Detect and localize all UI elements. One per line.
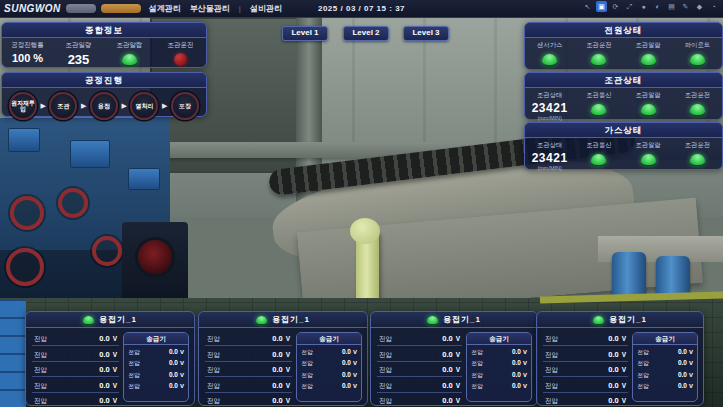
- status-items: 센서가스조관운전조관알람파이로트: [525, 38, 722, 65]
- voltage-value: 0.0: [342, 359, 351, 366]
- voltage-unit: V: [622, 382, 626, 389]
- voltage-row: 전압0.0V: [32, 332, 119, 346]
- voltage-value: 0.0: [272, 396, 282, 405]
- progress-rate-label: 공정진행률: [9, 41, 47, 50]
- status-item-조관알람: 조관알람: [628, 141, 668, 165]
- brightness-icon[interactable]: ◐: [652, 1, 663, 12]
- status-item-조관운전: 조관운전: [677, 141, 717, 165]
- welder-voltage-list: 전압0.0V전압0.0V전압0.0V전압0.0V전압0.0V: [205, 332, 296, 407]
- feeder-voltage-row: 전압0.0V: [297, 368, 361, 380]
- voltage-unit: V: [353, 372, 357, 378]
- voltage-value: 0.0: [678, 371, 687, 378]
- step-arrow-icon: ▶: [41, 102, 46, 110]
- welder-panel-title: 용접기_1: [272, 314, 310, 325]
- feeder-subpanel: 송급기전압0.0V전압0.0V전압0.0V전압0.0V: [466, 332, 532, 402]
- expand-icon[interactable]: ⤢: [624, 1, 635, 12]
- voltage-value: 0.0: [99, 381, 109, 390]
- voltage-label: 전압: [34, 397, 99, 406]
- daily-output-value: 235: [60, 52, 98, 67]
- voltage-value: 0.0: [169, 359, 178, 366]
- nav-tab-design[interactable]: 설계관리: [149, 3, 181, 14]
- timer-icon[interactable]: ◔: [708, 1, 719, 12]
- voltage-label: 전압: [471, 359, 512, 368]
- status-item-조관알람: 조관알람: [628, 41, 668, 65]
- network-icon[interactable]: ◆: [694, 1, 705, 12]
- voltage-unit: V: [523, 349, 527, 355]
- voltage-value: 0.0: [678, 359, 687, 366]
- feeder-voltage-row: 전압0.0V: [467, 345, 531, 357]
- status-panel-title: 가스상태: [525, 123, 722, 138]
- voltage-unit: V: [622, 366, 626, 373]
- welder-panel-body: 전압0.0V전압0.0V전압0.0V전압0.0V전압0.0V송급기전압0.0V전…: [26, 328, 194, 407]
- overlay-chip: [66, 4, 96, 13]
- voltage-label: 전압: [34, 382, 99, 391]
- voltage-label: 전압: [301, 371, 342, 380]
- voltage-unit: V: [456, 397, 460, 404]
- voltage-label: 전압: [207, 351, 272, 360]
- voltage-unit: V: [180, 383, 184, 389]
- welder-voltage-list: 전압0.0V전압0.0V전압0.0V전압0.0V전압0.0V: [377, 332, 466, 407]
- process-step-5: 포장: [171, 92, 199, 120]
- voltage-value: 0.0: [99, 365, 109, 374]
- voltage-unit: V: [689, 372, 693, 378]
- voltage-value: 0.0: [272, 365, 282, 374]
- voltage-unit: V: [456, 382, 460, 389]
- green-lamp-icon: [641, 154, 656, 165]
- machine-block: [8, 128, 40, 152]
- status-item-조관운전: 조관운전: [579, 41, 619, 65]
- process-steps: 원자재투입▶조관▶용접▶열처리▶포장: [2, 88, 206, 120]
- feeder-voltage-row: 전압0.0V: [297, 380, 361, 392]
- progress-rate-value: 100 %: [9, 52, 47, 64]
- voltage-value: 0.0: [442, 396, 452, 405]
- voltage-row: 전압0.0V: [543, 363, 628, 377]
- progress-rate-cell: 공정진행률 100 %: [9, 41, 47, 64]
- main-nav: 설계관리 부산물관리 | 설비관리: [149, 3, 282, 14]
- level-3-button[interactable]: Level 3: [403, 26, 449, 41]
- voltage-value: 0.0: [342, 371, 351, 378]
- voltage-unit: V: [353, 349, 357, 355]
- annotate-icon[interactable]: ✎: [680, 1, 691, 12]
- process-step-3: 용접: [90, 92, 118, 120]
- feeder-voltage-row: 전압0.0V: [467, 368, 531, 380]
- feeder-title: 송급기: [124, 333, 188, 345]
- feeder-voltage-row: 전압0.0V: [467, 357, 531, 369]
- summary-panel-title: 종합정보: [2, 23, 206, 38]
- voltage-label: 전압: [301, 348, 342, 357]
- welder-panel-header: 용접기_1: [26, 312, 194, 328]
- monitor-icon[interactable]: ▤: [666, 1, 677, 12]
- nav-tab-equipment[interactable]: 설비관리: [250, 3, 282, 14]
- voltage-row: 전압0.0V: [205, 332, 292, 346]
- status-panel-1: 전원상태센서가스조관운전조관알람파이로트: [524, 22, 723, 70]
- voltage-unit: V: [113, 351, 117, 358]
- cursor-icon[interactable]: ↖: [582, 1, 593, 12]
- voltage-unit: V: [456, 351, 460, 358]
- step-arrow-icon: ▶: [81, 102, 86, 110]
- voltage-unit: V: [523, 360, 527, 366]
- status-item-unit: (mm/MIN): [530, 115, 570, 121]
- voltage-unit: V: [456, 335, 460, 342]
- feeder-voltage-row: 전압0.0V: [124, 380, 188, 392]
- voltage-unit: V: [113, 366, 117, 373]
- voltage-unit: V: [689, 383, 693, 389]
- record-icon[interactable]: ●: [638, 1, 649, 12]
- level-2-button[interactable]: Level 2: [343, 26, 389, 41]
- process-step-4: 열처리: [130, 92, 158, 120]
- nav-tab-byproduct[interactable]: 부산물관리: [190, 3, 230, 14]
- voltage-unit: V: [353, 383, 357, 389]
- voltage-label: 전압: [637, 382, 678, 391]
- select-tool-icon[interactable]: ▣: [596, 1, 607, 12]
- green-lamp-icon: [690, 54, 705, 65]
- toolbar-icon-cluster: ↖▣⟳⤢●◐▤✎◆◔: [582, 1, 719, 12]
- machine-block: [70, 140, 110, 168]
- voltage-row: 전압0.0V: [32, 379, 119, 393]
- voltage-row: 전압0.0V: [543, 348, 628, 362]
- voltage-value: 0.0: [678, 348, 687, 355]
- voltage-value: 0.0: [608, 365, 618, 374]
- feeder-voltage-row: 전압0.0V: [297, 357, 361, 369]
- status-item-value: 23421: [530, 101, 570, 115]
- green-lamp-icon: [591, 154, 606, 165]
- feeder-voltage-row: 전압0.0V: [633, 368, 697, 380]
- daily-output-cell: 조관일량 235: [60, 41, 98, 67]
- level-1-button[interactable]: Level 1: [282, 26, 328, 41]
- refresh-icon[interactable]: ⟳: [610, 1, 621, 12]
